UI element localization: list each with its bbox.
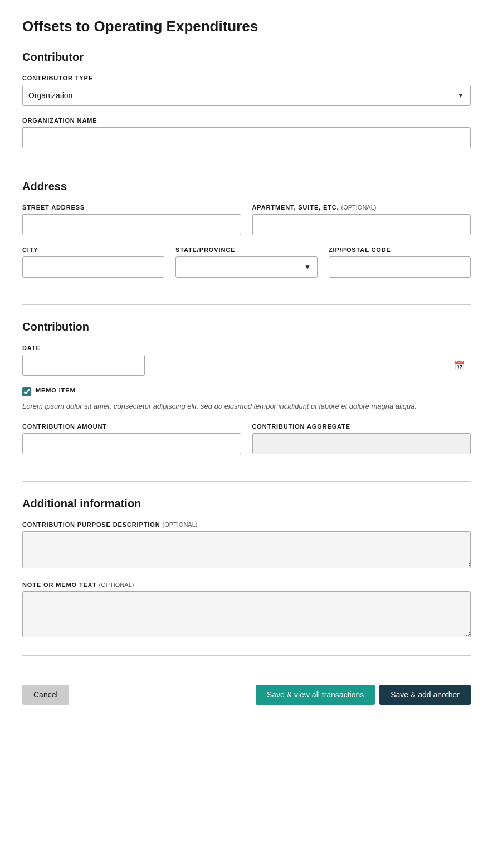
organization-name-label: ORGANIZATION NAME [22, 117, 471, 124]
zip-field: ZIP/POSTAL CODE [329, 246, 471, 278]
street-address-field: STREET ADDRESS [22, 204, 241, 235]
contribution-section-title: Contribution [22, 321, 471, 333]
save-add-another-button[interactable]: Save & add another [379, 685, 471, 705]
address-row-2: CITY STATE/PROVINCE ▼ ZIP/POSTAL CODE [22, 246, 471, 289]
memo-item-row: MEMO ITEM [22, 387, 471, 396]
zip-input[interactable] [329, 256, 471, 278]
page-title: Offsets to Operating Expenditures [22, 18, 471, 35]
purpose-description-field: CONTRIBUTION PURPOSE DESCRIPTION (OPTION… [22, 521, 471, 570]
contributor-type-select[interactable]: Individual Organization Committee [22, 85, 471, 106]
state-select-wrapper: ▼ [175, 256, 318, 278]
state-select[interactable] [175, 256, 318, 278]
date-input[interactable] [22, 355, 145, 376]
organization-name-input[interactable] [22, 127, 471, 148]
contributor-type-select-wrapper: Individual Organization Committee ▼ [22, 85, 471, 106]
contributor-type-label: CONTRIBUTOR TYPE [22, 75, 471, 81]
address-section-title: Address [22, 180, 471, 193]
street-address-input[interactable] [22, 214, 241, 235]
address-row-1: STREET ADDRESS APARTMENT, SUITE, ETC. (O… [22, 204, 471, 246]
zip-label: ZIP/POSTAL CODE [329, 246, 471, 253]
date-input-wrapper: 📅 [22, 355, 471, 376]
save-view-all-transactions-button[interactable]: Save & view all transactions [256, 685, 375, 705]
contributor-divider [22, 164, 471, 164]
state-field: STATE/PROVINCE ▼ [175, 246, 318, 278]
contribution-aggregate-label: CONTRIBUTION AGGREGATE [252, 423, 471, 430]
memo-description: Lorem ipsum dolor sit amet, consectetur … [22, 401, 471, 412]
city-field: CITY [22, 246, 164, 278]
note-memo-textarea[interactable] [22, 591, 471, 637]
contribution-amounts-row: CONTRIBUTION AMOUNT CONTRIBUTION AGGREGA… [22, 423, 471, 465]
contribution-amount-field: CONTRIBUTION AMOUNT [22, 423, 241, 454]
street-address-label: STREET ADDRESS [22, 204, 241, 211]
city-input[interactable] [22, 256, 164, 278]
footer-divider [22, 655, 471, 656]
organization-name-field: ORGANIZATION NAME [22, 117, 471, 148]
save-buttons-group: Save & view all transactions Save & add … [256, 685, 471, 705]
note-memo-field: NOTE OR MEMO TEXT (OPTIONAL) [22, 581, 471, 639]
purpose-description-textarea[interactable] [22, 531, 471, 568]
footer-actions: Cancel Save & view all transactions Save… [22, 671, 471, 705]
contribution-divider [22, 481, 471, 482]
contribution-amount-input[interactable] [22, 433, 241, 454]
contributor-type-field: CONTRIBUTOR TYPE Individual Organization… [22, 75, 471, 106]
address-divider [22, 304, 471, 305]
city-label: CITY [22, 246, 164, 253]
memo-item-checkbox[interactable] [22, 387, 31, 396]
contributor-section-title: Contributor [22, 51, 471, 64]
apt-input[interactable] [252, 214, 471, 235]
note-memo-label: NOTE OR MEMO TEXT (OPTIONAL) [22, 581, 471, 588]
contribution-amount-label: CONTRIBUTION AMOUNT [22, 423, 241, 430]
apt-label: APARTMENT, SUITE, ETC. (OPTIONAL) [252, 204, 471, 211]
memo-item-label: MEMO ITEM [36, 387, 75, 394]
additional-info-section-title: Additional information [22, 497, 471, 510]
apt-field: APARTMENT, SUITE, ETC. (OPTIONAL) [252, 204, 471, 235]
calendar-icon: 📅 [454, 360, 465, 371]
cancel-button[interactable]: Cancel [22, 685, 69, 705]
date-label: DATE [22, 345, 471, 351]
purpose-description-label: CONTRIBUTION PURPOSE DESCRIPTION (OPTION… [22, 521, 471, 528]
date-field: DATE 📅 [22, 345, 471, 376]
contribution-aggregate-field: CONTRIBUTION AGGREGATE [252, 423, 471, 454]
state-label: STATE/PROVINCE [175, 246, 318, 253]
contribution-aggregate-input[interactable] [252, 433, 471, 454]
